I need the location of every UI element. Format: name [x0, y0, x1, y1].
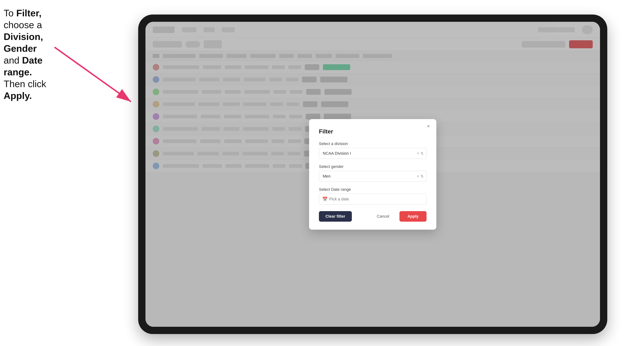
division-select[interactable]: NCAA Division I NCAA Division II NCAA Di… — [319, 148, 426, 159]
division-clear-icon[interactable]: × — [417, 151, 419, 156]
instruction-text-line1: To Filter, choose a — [4, 8, 42, 30]
date-label: Select Date range — [319, 187, 426, 192]
division-gender-bold: Division, Gender — [4, 31, 43, 54]
date-input-wrapper: 📅 — [319, 194, 426, 205]
modal-footer: Clear filter Cancel Apply — [319, 211, 426, 222]
clear-filter-label: Clear filter — [326, 214, 345, 219]
modal-title: Filter — [319, 128, 426, 135]
cancel-label: Cancel — [377, 214, 389, 219]
clear-filter-button[interactable]: Clear filter — [319, 211, 352, 222]
modal-footer-right: Cancel Apply — [370, 211, 426, 222]
instruction-panel: To Filter, choose a Division, Gender and… — [4, 7, 60, 102]
gender-clear-icon[interactable]: × — [417, 174, 419, 179]
date-bold: Date range. — [4, 55, 42, 77]
division-form-group: Select a division NCAA Division I NCAA D… — [319, 141, 426, 159]
apply-bold: Apply. — [4, 90, 32, 101]
division-label: Select a division — [319, 141, 426, 146]
apply-label: Apply — [408, 214, 418, 219]
gender-label: Select gender — [319, 164, 426, 169]
filter-modal: × Filter Select a division NCAA Division… — [309, 119, 436, 230]
tablet-screen: × Filter Select a division NCAA Division… — [146, 22, 600, 327]
close-icon: × — [427, 123, 430, 129]
gender-select[interactable]: Men Women — [319, 171, 426, 182]
tablet-frame: × Filter Select a division NCAA Division… — [138, 14, 607, 334]
and-date-text: and Date range. — [4, 55, 42, 77]
cancel-button[interactable]: Cancel — [370, 211, 396, 222]
gender-form-group: Select gender Men Women × ⇅ — [319, 164, 426, 182]
division-select-wrapper: NCAA Division I NCAA Division II NCAA Di… — [319, 148, 426, 159]
filter-bold: Filter, — [16, 8, 42, 18]
then-click-text: Then click Apply. — [4, 79, 46, 101]
date-range-input[interactable] — [319, 194, 426, 205]
gender-select-wrapper: Men Women × ⇅ — [319, 171, 426, 182]
svg-line-1 — [54, 47, 131, 102]
modal-close-button[interactable]: × — [425, 123, 432, 130]
date-form-group: Select Date range 📅 — [319, 187, 426, 205]
apply-button[interactable]: Apply — [400, 211, 426, 222]
modal-overlay: × Filter Select a division NCAA Division… — [146, 22, 600, 327]
